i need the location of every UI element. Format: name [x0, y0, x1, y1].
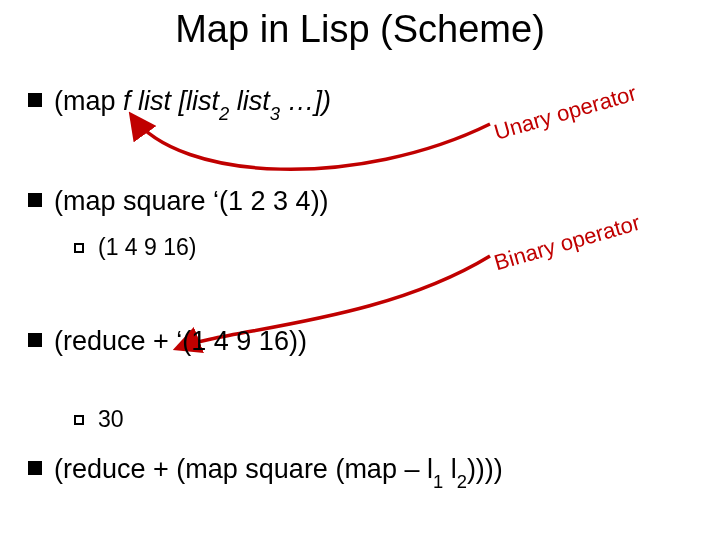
text-compose-sub2: 2 — [457, 471, 467, 492]
text-list: list — [138, 86, 171, 116]
text-map-example: (map square ‘(1 2 3 4)) — [54, 186, 329, 216]
text-sp2 — [229, 86, 237, 116]
slide-title: Map in Lisp (Scheme) — [0, 8, 720, 51]
text-f: f — [123, 86, 131, 116]
bullet-map-signature: (map f list [list2 list3 …]) — [28, 86, 331, 121]
text-list3: list — [237, 86, 270, 116]
text-reduce-example: (reduce + ‘(1 4 9 16)) — [54, 326, 307, 356]
text-sub2: 2 — [219, 103, 229, 124]
text-reduce-result: 30 — [98, 406, 124, 432]
subbullet-marker-icon — [74, 415, 84, 425]
bullet-compose: (reduce + (map square (map – l1 l2)))) — [28, 454, 503, 489]
text-sp1 — [131, 86, 139, 116]
bullet-marker-icon — [28, 333, 42, 347]
bullet-reduce-result: 30 — [74, 406, 124, 433]
text-list2: list — [186, 86, 219, 116]
text-map-result: (1 4 9 16) — [98, 234, 196, 260]
text-sub3: 3 — [270, 103, 280, 124]
bullet-map-example: (map square ‘(1 2 3 4)) — [28, 186, 329, 217]
text-compose-end: )))) — [467, 454, 503, 484]
text-bo: [ — [171, 86, 186, 116]
text-compose-prefix: (reduce + (map square (map – l — [54, 454, 433, 484]
text-compose-mid: l — [443, 454, 457, 484]
annotation-unary: Unary operator — [491, 80, 639, 145]
text-map-prefix: (map — [54, 86, 123, 116]
subbullet-marker-icon — [74, 243, 84, 253]
text-compose-sub1: 1 — [433, 471, 443, 492]
text-end: …]) — [280, 86, 331, 116]
bullet-map-result: (1 4 9 16) — [74, 234, 196, 261]
bullet-marker-icon — [28, 93, 42, 107]
bullet-marker-icon — [28, 193, 42, 207]
bullet-marker-icon — [28, 461, 42, 475]
bullet-reduce-example: (reduce + ‘(1 4 9 16)) — [28, 326, 307, 357]
annotation-binary: Binary operator — [491, 210, 643, 276]
